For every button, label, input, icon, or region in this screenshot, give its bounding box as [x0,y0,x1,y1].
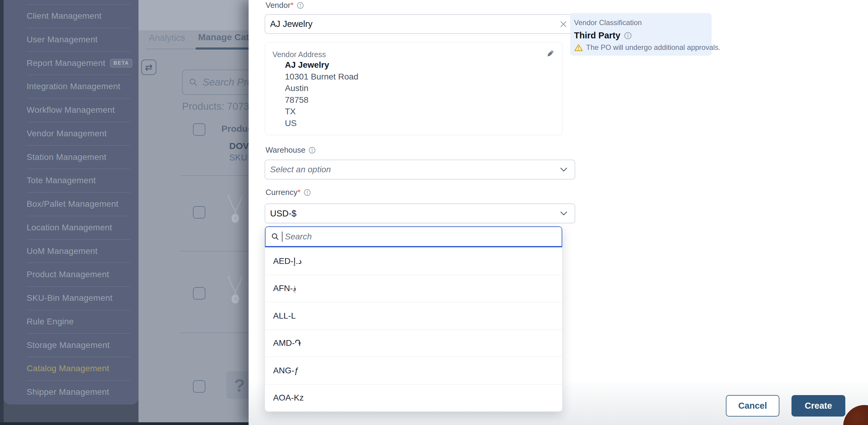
cancel-button[interactable]: Cancel [726,395,779,417]
product-thumbnail-necklace [226,276,244,306]
currency-select-value: USD-$ [270,208,297,219]
currency-option-afn[interactable]: AFN-؋ [265,275,562,302]
currency-option-all[interactable]: ALL-L [265,302,562,329]
currency-dropdown-panel: Search AED-د.إ AFN-؋ ALL-L AMD-֏ ANG-ƒ A… [265,226,562,412]
sidebar-item-box-pallet-management[interactable]: Box/Pallet Management [4,192,135,216]
address-line: 10301 Burnet Road [285,71,359,83]
currency-option-ang[interactable]: ANG-ƒ [265,357,562,384]
text-cursor [282,232,282,242]
catalog-search-input[interactable]: Search Prod [182,69,249,95]
sidebar-item-label: Client Management [27,11,102,21]
info-icon[interactable] [624,32,632,40]
sidebar-item-product-management[interactable]: Product Management [4,263,135,286]
vendor-address-card: Vendor Address AJ Jewelry 10301 Burnet R… [265,42,562,135]
address-line: US [285,118,359,129]
currency-option-aed[interactable]: AED-د.إ [265,247,562,275]
currency-search-input[interactable]: Search [265,226,562,247]
warehouse-field-label: Warehouse [266,145,316,155]
sidebar-item-label: Product Management [27,270,109,279]
sidebar-item-client-management[interactable]: Client Management [4,4,135,28]
product-thumbnail-necklace [226,195,244,225]
vendor-address-title: Vendor Address [273,50,326,59]
catalog-search-placeholder: Search Prod [203,76,249,88]
sidebar-item-label: SKU-Bin Management [27,293,113,303]
tab-manage-catalog[interactable]: Manage Catalog [198,32,249,42]
swap-columns-button[interactable]: ⇄ [141,60,156,75]
sidebar-item-workflow-management[interactable]: Workflow Management [4,98,135,122]
sidebar-item-label: Tote Management [27,175,96,185]
sidebar-item-label: Workflow Management [27,105,115,115]
search-icon [271,232,279,241]
sidebar-item-label: Storage Management [27,340,110,350]
required-asterisk: * [290,1,293,10]
sidebar: Client Management User Management Report… [4,0,138,404]
sidebar-item-tote-management[interactable]: Tote Management [4,169,135,192]
sidebar-item-label: Station Management [27,152,106,162]
vendor-input-value: AJ Jewelry [270,19,312,29]
warehouse-placeholder: Select an option [270,165,331,174]
product-row-checkbox[interactable] [193,206,205,219]
currency-option-aoa[interactable]: AOA-Kz [265,384,562,412]
clear-icon[interactable] [559,20,567,28]
currency-field-label: Currency* [266,188,311,197]
sidebar-item-integration-management[interactable]: Integration Management [4,75,135,98]
missing-image-placeholder: ? [226,371,249,399]
sidebar-item-label: Shipper Management [27,387,109,397]
vendor-classification-value: Third Party [574,31,620,40]
create-po-drawer: Vendor* AJ Jewelry Vendor Address A [249,0,868,425]
vendor-classification-card: Vendor Classification Third Party The PO… [570,13,712,56]
edit-pencil-icon[interactable] [547,49,555,58]
chevron-down-icon [560,167,567,172]
sidebar-item-location-management[interactable]: Location Management [4,216,135,239]
swap-arrows-icon: ⇄ [145,62,152,72]
products-column-header: Produc [221,124,249,134]
vendor-input[interactable]: AJ Jewelry [265,14,575,34]
address-line: AJ Jewelry [285,59,359,71]
info-icon [297,2,304,9]
create-button[interactable]: Create [792,395,845,417]
sidebar-item-vendor-management[interactable]: Vendor Management [4,122,135,145]
sidebar-item-storage-management[interactable]: Storage Management [4,333,135,357]
address-line: Austin [285,83,359,94]
currency-search-placeholder: Search [285,232,312,241]
sidebar-item-station-management[interactable]: Station Management [4,145,135,169]
catalog-page-background: Analytics Manage Catalog ⇄ Search Prod P… [138,0,249,422]
vendor-label-text: Vendor [266,1,290,10]
sidebar-item-label: Location Management [27,223,112,232]
required-asterisk: * [297,188,300,197]
sidebar-item-catalog-management[interactable]: Catalog Management [4,357,135,380]
sidebar-item-label: Report Management [27,58,105,68]
chevron-down-icon [560,211,567,216]
sidebar-item-sku-bin-management[interactable]: SKU-Bin Management [4,286,135,310]
sidebar-item-report-management[interactable]: Report ManagementBETA [4,52,135,75]
info-icon [309,146,316,154]
vendor-field-label: Vendor* [266,1,304,10]
address-line: TX [285,106,359,118]
row-divider [181,175,249,176]
currency-option-amd[interactable]: AMD-֏ [265,329,562,357]
warehouse-select[interactable]: Select an option [265,160,575,179]
product-row-checkbox[interactable] [193,287,205,300]
sidebar-item-label: UoM Management [27,247,98,256]
currency-select[interactable]: USD-$ [265,203,575,223]
currency-label-text: Currency [266,188,297,197]
tab-baseline [146,49,196,49]
sidebar-item-rule-engine[interactable]: Rule Engine [4,310,135,333]
sidebar-item-user-management[interactable]: User Management [4,28,135,52]
backdrop-left-strip [0,0,4,425]
sidebar-item-uom-management[interactable]: UoM Management [4,239,135,263]
sidebar-item-shipper-management[interactable]: Shipper Management [4,380,135,404]
sidebar-item-label: Rule Engine [27,317,74,326]
product-row-checkbox[interactable] [193,380,205,393]
sidebar-item-label: Catalog Management [27,364,109,373]
backdrop-bottom-strip [0,422,249,425]
warehouse-label-text: Warehouse [266,145,306,155]
info-icon [304,189,311,196]
tab-analytics[interactable]: Analytics [149,33,185,43]
vendor-address-lines: AJ Jewelry 10301 Burnet Road Austin 7875… [285,59,359,129]
address-line: 78758 [285,94,359,106]
sidebar-item-label: User Management [27,35,98,44]
catalog-toolbar-band [138,0,249,30]
warning-triangle-icon [574,43,583,52]
select-all-checkbox[interactable] [193,123,205,136]
